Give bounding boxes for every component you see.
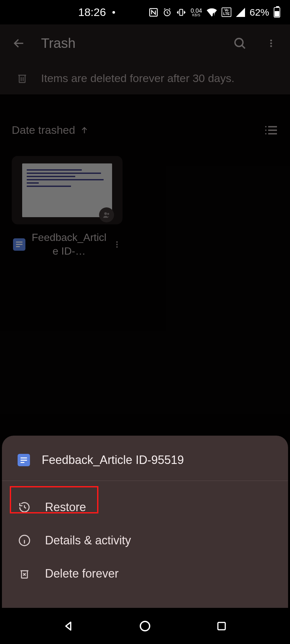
- details-label: Details & activity: [45, 534, 131, 547]
- info-icon: [18, 534, 31, 547]
- docs-file-icon: [18, 454, 30, 466]
- sort-row: Date trashed: [0, 104, 290, 146]
- trash-icon: [16, 71, 28, 85]
- restore-label: Restore: [45, 500, 86, 514]
- svg-point-8: [265, 126, 267, 127]
- svg-point-9: [265, 129, 267, 131]
- svg-point-10: [265, 133, 267, 134]
- restore-action[interactable]: Restore: [2, 491, 288, 524]
- network-rate: 0.04 KB/S: [191, 8, 202, 17]
- alarm-icon: [163, 8, 172, 17]
- cellular-signal-icon: [236, 8, 245, 17]
- back-arrow-icon[interactable]: [10, 34, 28, 52]
- search-icon[interactable]: [231, 34, 249, 52]
- restore-icon: [18, 500, 31, 514]
- battery-icon: [274, 7, 280, 18]
- svg-point-17: [140, 621, 150, 631]
- sheet-file-title: Feedback_Article ID-95519: [42, 453, 184, 467]
- page-title: Trash: [41, 35, 218, 51]
- trash-notice: Items are deleted forever after 30 days.: [0, 62, 290, 94]
- svg-point-15: [116, 246, 118, 248]
- file-card[interactable]: Feedback_Article ID-…: [12, 156, 123, 264]
- sort-label[interactable]: Date trashed: [12, 124, 75, 136]
- details-activity-action[interactable]: Details & activity: [2, 524, 288, 557]
- more-options-icon[interactable]: [262, 34, 280, 52]
- sheet-header: Feedback_Article ID-95519: [2, 441, 288, 481]
- svg-rect-2: [180, 9, 182, 15]
- svg-point-11: [104, 212, 107, 215]
- nfc-icon: [149, 8, 158, 17]
- wifi-icon: [207, 8, 217, 17]
- volte-icon: Vo LTE: [222, 7, 231, 17]
- svg-point-12: [107, 213, 109, 215]
- status-dot-icon: [112, 11, 115, 14]
- svg-point-13: [116, 241, 118, 243]
- svg-point-4: [235, 38, 243, 47]
- battery-percent: 62%: [250, 7, 269, 18]
- app-bar: Trash: [0, 24, 290, 62]
- svg-point-6: [270, 42, 272, 44]
- svg-point-5: [270, 39, 272, 41]
- file-more-icon[interactable]: [113, 239, 121, 250]
- status-bar: 18:26 0.04 KB/S Vo LTE 62%: [0, 0, 290, 24]
- vibrate-icon: [176, 8, 186, 17]
- svg-point-14: [116, 244, 118, 245]
- docs-file-icon: [13, 238, 25, 251]
- delete-forever-action[interactable]: Delete forever: [2, 557, 288, 590]
- nav-recents-icon[interactable]: [214, 618, 229, 634]
- file-name: Feedback_Article ID-…: [31, 231, 107, 258]
- svg-point-7: [270, 45, 272, 47]
- system-nav-bar: [0, 608, 290, 644]
- svg-rect-18: [218, 622, 225, 630]
- file-thumbnail[interactable]: [12, 156, 123, 224]
- notice-text: Items are deleted forever after 30 days.: [41, 72, 234, 85]
- sort-direction-icon[interactable]: [80, 126, 89, 135]
- shared-badge-icon: [99, 207, 114, 222]
- list-view-icon[interactable]: [264, 124, 278, 136]
- status-time: 18:26: [78, 6, 106, 19]
- nav-home-icon[interactable]: [137, 618, 153, 634]
- file-grid: Feedback_Article ID-…: [0, 146, 290, 274]
- delete-forever-icon: [18, 567, 31, 581]
- delete-label: Delete forever: [45, 567, 119, 581]
- nav-back-icon[interactable]: [61, 618, 77, 634]
- bottom-sheet: Feedback_Article ID-95519 Restore Detail…: [2, 436, 288, 608]
